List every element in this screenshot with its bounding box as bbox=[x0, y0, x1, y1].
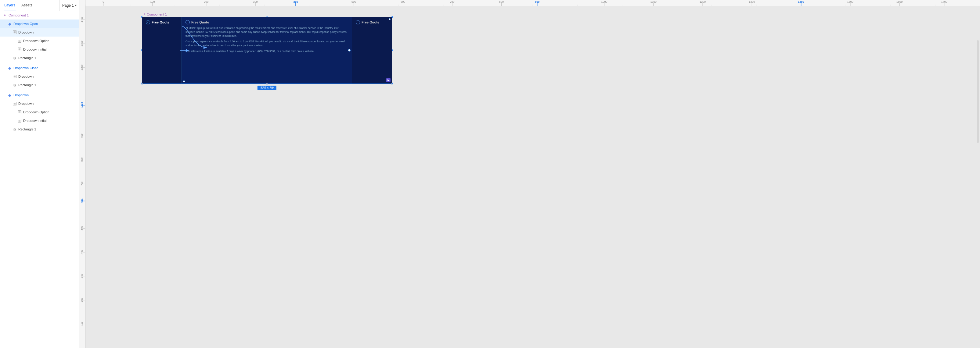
layer-dropdown-option-2[interactable]: ⊞ Dropdown Option bbox=[0, 108, 79, 116]
frame-icon-5: ⊞ bbox=[12, 101, 17, 106]
size-label: 1555 × 394 bbox=[258, 85, 277, 90]
fq-panel-1[interactable]: ✓ Free Quote bbox=[142, 17, 182, 84]
layer-name-dropdown-open: Dropdown Open bbox=[13, 22, 38, 25]
frame-icon-2: ⊞ bbox=[17, 38, 22, 43]
hruler-canvas bbox=[86, 0, 980, 6]
layer-dropdown-initial-2[interactable]: ⊞ Dropdown Intial bbox=[0, 116, 79, 125]
layer-name-dropdown-2: Dropdown bbox=[18, 75, 33, 78]
canvas-viewport[interactable]: ✦ Component 1 bbox=[86, 6, 980, 348]
layer-name-dropdown-initial-1: Dropdown Intial bbox=[23, 47, 46, 51]
frame-icon-3: ⊞ bbox=[17, 47, 22, 52]
page-selector[interactable]: Page 1 ▾ bbox=[59, 0, 79, 11]
layer-dropdown-3[interactable]: ⊞ Dropdown bbox=[0, 99, 79, 108]
layer-dropdown-1[interactable]: ⊞ Dropdown bbox=[0, 28, 79, 36]
frame-icon-4: ⊞ bbox=[12, 74, 17, 79]
panel2-bottom-dot bbox=[183, 81, 185, 82]
tab-layers[interactable]: Layers bbox=[4, 1, 16, 10]
layer-rectangle-3[interactable]: ◑ Rectangle 1 bbox=[0, 125, 79, 133]
fq-panel2-title-row: Free Quote bbox=[186, 20, 348, 24]
layer-name-dropdown-main: Dropdown bbox=[13, 93, 29, 97]
ruler-top-container bbox=[80, 0, 980, 6]
layer-dropdown-close[interactable]: ◆ Dropdown Close bbox=[0, 64, 79, 72]
layers-list: ✦ Component 1 ◆ Dropdown Open ⊞ Dropdown… bbox=[0, 11, 79, 348]
canvas-body: ✦ Component 1 bbox=[80, 6, 980, 348]
layer-component1-root[interactable]: ✦ Component 1 bbox=[0, 11, 79, 19]
panel-header: Layers Assets Page 1 ▾ bbox=[0, 0, 79, 11]
arrow-curve bbox=[182, 23, 206, 55]
component-frame[interactable]: ✓ Free Quote ▶ bbox=[142, 17, 392, 84]
layer-name-dropdown-3: Dropdown bbox=[18, 102, 33, 106]
frame-icon: ⊞ bbox=[12, 30, 17, 35]
fq-component: ✓ Free Quote ▶ bbox=[142, 17, 392, 84]
layer-name-dropdown-close: Dropdown Close bbox=[13, 66, 38, 70]
layer-rectangle-2[interactable]: ◑ Rectangle 1 bbox=[0, 81, 79, 89]
layer-name-rectangle-3: Rectangle 1 bbox=[18, 127, 36, 131]
tab-assets[interactable]: Assets bbox=[21, 1, 33, 10]
layer-name-dropdown-option-2: Dropdown Option bbox=[23, 110, 49, 114]
layer-dropdown-initial-1[interactable]: ⊞ Dropdown Intial bbox=[0, 45, 79, 54]
scrollbar-v[interactable] bbox=[977, 40, 979, 143]
left-panel: Layers Assets Page 1 ▾ ✦ Component 1 ◆ D… bbox=[0, 0, 80, 348]
fq-panel2-text: At MONEXgroup, we've built our reputatio… bbox=[186, 26, 348, 53]
layer-dropdown-2[interactable]: ⊞ Dropdown bbox=[0, 72, 79, 81]
ruler-vertical bbox=[80, 6, 86, 348]
instance-icon-2: ◆ bbox=[7, 65, 12, 70]
vruler-canvas bbox=[80, 6, 86, 348]
component-label: ✦ Component 1 bbox=[143, 12, 167, 16]
instance-icon-3: ◆ bbox=[7, 93, 12, 98]
layer-name-rectangle-2: Rectangle 1 bbox=[18, 83, 36, 87]
layer-name-dropdown-option-1: Dropdown Option bbox=[23, 39, 49, 43]
layer-name-rectangle-1: Rectangle 1 bbox=[18, 56, 36, 60]
circle-half-icon-3: ◑ bbox=[12, 127, 17, 132]
layer-dropdown-option-1[interactable]: ⊞ Dropdown Option bbox=[0, 36, 79, 45]
panel2-right-dot bbox=[348, 49, 350, 52]
fq-title-1: Free Quote bbox=[152, 21, 169, 24]
separator bbox=[2, 63, 76, 63]
canvas-area: ✦ Component 1 bbox=[80, 0, 980, 348]
component-label-text: Component 1 bbox=[147, 13, 167, 16]
component-icon: ✦ bbox=[2, 13, 7, 18]
ruler-corner bbox=[80, 0, 86, 6]
component-icon-canvas: ✦ bbox=[143, 12, 146, 16]
circle-half-icon-2: ◑ bbox=[12, 82, 17, 87]
layer-name-component1: Component 1 bbox=[8, 13, 29, 17]
fq-panel1-title-row: ✓ Free Quote bbox=[146, 20, 178, 24]
circle-half-icon: ◑ bbox=[12, 55, 17, 60]
fq-panel3-title-row: Free Quote bbox=[356, 20, 388, 24]
page-selector-label: Page 1 bbox=[62, 3, 74, 8]
frame-icon-7: ⊞ bbox=[17, 118, 22, 123]
layer-dropdown-open[interactable]: ◆ Dropdown Open bbox=[0, 19, 79, 28]
ruler-horizontal bbox=[86, 0, 980, 6]
frame-icon-6: ⊞ bbox=[17, 110, 22, 115]
chevron-down-icon: ▾ bbox=[75, 4, 76, 7]
layer-name-dropdown-initial-2: Dropdown Intial bbox=[23, 119, 46, 122]
fq-check-icon-1: ✓ bbox=[146, 20, 150, 24]
instance-icon: ◆ bbox=[7, 21, 12, 26]
layer-name-dropdown-1: Dropdown bbox=[18, 30, 33, 34]
panel3-top-dot bbox=[389, 18, 391, 20]
fq-panel-3[interactable]: Free Quote ▶ bbox=[352, 17, 392, 84]
fq-panel-2[interactable]: Free Quote At MONEXgroup, we've built ou… bbox=[182, 17, 352, 84]
fq-title-3: Free Quote bbox=[361, 21, 379, 24]
layer-rectangle-1[interactable]: ◑ Rectangle 1 bbox=[0, 54, 79, 62]
fq-check-icon-3 bbox=[356, 20, 360, 24]
panel3-action-btn[interactable]: ▶ bbox=[386, 78, 391, 82]
layer-dropdown-main[interactable]: ◆ Dropdown bbox=[0, 91, 79, 99]
